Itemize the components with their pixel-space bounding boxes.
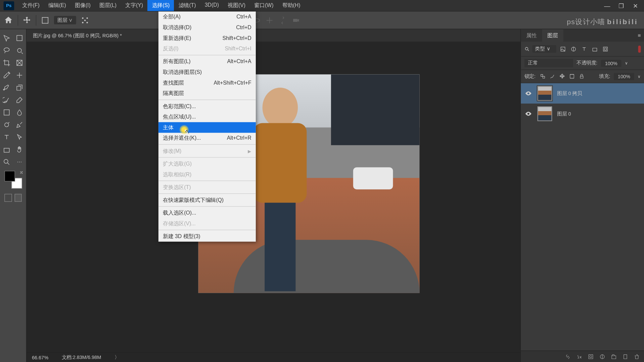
eyedropper-tool[interactable] bbox=[0, 69, 13, 82]
menu-图像[interactable]: 图像(I) bbox=[71, 0, 95, 11]
document-tab[interactable]: 图片.jpg @ 66.7% (图层 0 拷贝, RGB/8) * bbox=[27, 32, 128, 39]
standard-mode-icon[interactable] bbox=[4, 194, 12, 202]
menu-item-全部A[interactable]: 全部(A)Ctrl+A bbox=[158, 11, 256, 22]
maximize-button[interactable]: ❐ bbox=[617, 1, 626, 10]
3d-pan-icon[interactable] bbox=[265, 16, 274, 25]
lock-brush-icon[interactable] bbox=[549, 73, 556, 80]
zoom-tool[interactable] bbox=[0, 156, 13, 168]
doc-size[interactable]: 文档:2.83M/6.98M bbox=[62, 354, 101, 361]
menu-item-选择并遮住K[interactable]: 选择并遮住(K)...Alt+Ctrl+R bbox=[158, 133, 256, 143]
type-tool[interactable] bbox=[0, 131, 13, 143]
menu-编辑[interactable]: 编辑(E) bbox=[44, 0, 71, 11]
frame-tool[interactable] bbox=[13, 57, 26, 69]
marquee-tool[interactable] bbox=[13, 32, 26, 44]
home-icon[interactable] bbox=[4, 15, 13, 25]
menu-item-所有图层L[interactable]: 所有图层(L)Alt+Ctrl+A bbox=[158, 56, 256, 67]
svg-point-9 bbox=[525, 47, 528, 50]
menu-滤镜[interactable]: 滤镜(T) bbox=[174, 0, 200, 11]
menu-item-在快速蒙版模式下编辑Q[interactable]: 在快速蒙版模式下编辑(Q) bbox=[158, 195, 256, 206]
menu-视图[interactable]: 视图(V) bbox=[223, 0, 250, 11]
more-tools-tool[interactable] bbox=[13, 156, 26, 168]
fx-icon[interactable] bbox=[576, 353, 582, 359]
link-icon[interactable] bbox=[565, 353, 571, 359]
hand-tool[interactable] bbox=[13, 143, 26, 156]
filter-image-icon[interactable] bbox=[559, 45, 567, 53]
menu-3D[interactable]: 3D(D) bbox=[200, 0, 224, 11]
close-button[interactable]: ✕ bbox=[631, 1, 640, 10]
visibility-icon[interactable] bbox=[524, 89, 533, 97]
swap-colors-icon[interactable]: ⤭ bbox=[19, 170, 23, 175]
filter-type-icon[interactable] bbox=[580, 45, 588, 53]
menu-文字[interactable]: 文字(Y) bbox=[121, 0, 147, 11]
quick-select-tool[interactable] bbox=[13, 44, 26, 57]
menu-item-新建 3D 模型3[interactable]: 新建 3D 模型(3) bbox=[158, 231, 256, 242]
gradient-tool[interactable] bbox=[0, 106, 13, 119]
auto-select-target[interactable]: 图层 ∨ bbox=[54, 16, 76, 24]
screen-mode-icon[interactable] bbox=[14, 194, 22, 202]
transform-controls-icon[interactable] bbox=[81, 16, 89, 25]
shape-tool[interactable] bbox=[0, 143, 13, 156]
blend-mode-select[interactable]: 正常 bbox=[524, 59, 573, 67]
menu-item-重新选择E[interactable]: 重新选择(E)Shift+Ctrl+D bbox=[158, 33, 256, 44]
menu-item-取消选择图层S[interactable]: 取消选择图层(S) bbox=[158, 67, 256, 78]
filter-type-select[interactable]: 类型 ∨ bbox=[533, 45, 556, 52]
move-tool[interactable] bbox=[0, 32, 13, 44]
canvas-viewport[interactable] bbox=[27, 42, 520, 352]
adjust-icon[interactable] bbox=[599, 353, 605, 359]
filter-adjust-icon[interactable] bbox=[569, 45, 578, 53]
svg-point-1 bbox=[82, 17, 83, 18]
filter-smart-icon[interactable] bbox=[601, 45, 609, 53]
tab-layers[interactable]: 图层 bbox=[542, 29, 563, 42]
3d-slide-icon[interactable] bbox=[278, 16, 287, 25]
fill-input[interactable]: 100% bbox=[614, 73, 634, 80]
foreground-color[interactable] bbox=[4, 171, 15, 182]
brush-tool[interactable] bbox=[0, 82, 13, 94]
lock-position-icon[interactable] bbox=[558, 73, 565, 80]
status-flyout-icon[interactable]: 〉 bbox=[114, 354, 119, 361]
layer-thumbnail[interactable] bbox=[537, 106, 553, 122]
group-icon[interactable] bbox=[611, 353, 617, 359]
clone-tool[interactable] bbox=[13, 82, 26, 94]
history-brush-tool[interactable] bbox=[0, 94, 13, 106]
menu-窗口[interactable]: 窗口(W) bbox=[250, 0, 278, 11]
lasso-tool[interactable] bbox=[0, 44, 13, 57]
auto-select-icon[interactable] bbox=[41, 16, 49, 25]
layer-thumbnail[interactable] bbox=[537, 85, 553, 101]
blur-tool[interactable] bbox=[13, 106, 26, 119]
menu-item-取消选择D[interactable]: 取消选择(D)Ctrl+D bbox=[158, 22, 256, 33]
menu-item-载入选区O[interactable]: 载入选区(O)... bbox=[158, 208, 256, 218]
spot-heal-tool[interactable] bbox=[13, 69, 26, 82]
lock-artboard-icon[interactable] bbox=[568, 73, 575, 80]
menu-选择[interactable]: 选择(S) bbox=[147, 0, 174, 11]
menu-item-色彩范围C[interactable]: 色彩范围(C)... bbox=[158, 101, 256, 112]
path-select-tool[interactable] bbox=[13, 131, 26, 143]
menu-帮助[interactable]: 帮助(H) bbox=[278, 0, 305, 11]
pen-tool[interactable] bbox=[13, 119, 26, 131]
3d-camera-icon[interactable] bbox=[292, 16, 301, 25]
lock-all-icon[interactable] bbox=[578, 73, 585, 80]
menu-item-主体[interactable]: 主体 bbox=[158, 122, 256, 133]
lock-transparent-icon[interactable] bbox=[539, 73, 546, 80]
new-icon[interactable] bbox=[622, 353, 628, 359]
layer-item[interactable]: 图层 0 拷贝 bbox=[521, 83, 644, 104]
menu-item-查找图层[interactable]: 查找图层Alt+Shift+Ctrl+F bbox=[158, 78, 256, 88]
menu-图层[interactable]: 图层(L) bbox=[95, 0, 121, 11]
opacity-input[interactable]: 100% bbox=[601, 59, 622, 66]
menu-item-隔离图层[interactable]: 隔离图层 bbox=[158, 88, 256, 99]
eraser-tool[interactable] bbox=[13, 94, 26, 106]
mask-icon[interactable] bbox=[588, 353, 594, 359]
dodge-tool[interactable] bbox=[0, 119, 13, 131]
zoom-level[interactable]: 66.67% bbox=[32, 355, 48, 360]
tab-properties[interactable]: 属性 bbox=[521, 29, 542, 42]
filter-shape-icon[interactable] bbox=[591, 45, 599, 53]
crop-tool[interactable] bbox=[0, 57, 13, 69]
minimize-button[interactable]: — bbox=[603, 1, 611, 10]
menu-item-焦点区域U[interactable]: 焦点区域(U)... bbox=[158, 111, 256, 122]
visibility-icon[interactable] bbox=[524, 110, 533, 118]
layer-item[interactable]: 图层 0 bbox=[521, 103, 644, 124]
color-swatch[interactable]: ⤭ bbox=[4, 171, 22, 189]
menu-文件[interactable]: 文件(F) bbox=[18, 0, 44, 11]
trash-icon[interactable] bbox=[634, 353, 640, 359]
filter-toggle[interactable] bbox=[638, 45, 641, 52]
panel-menu-icon[interactable]: ≡ bbox=[638, 32, 644, 38]
